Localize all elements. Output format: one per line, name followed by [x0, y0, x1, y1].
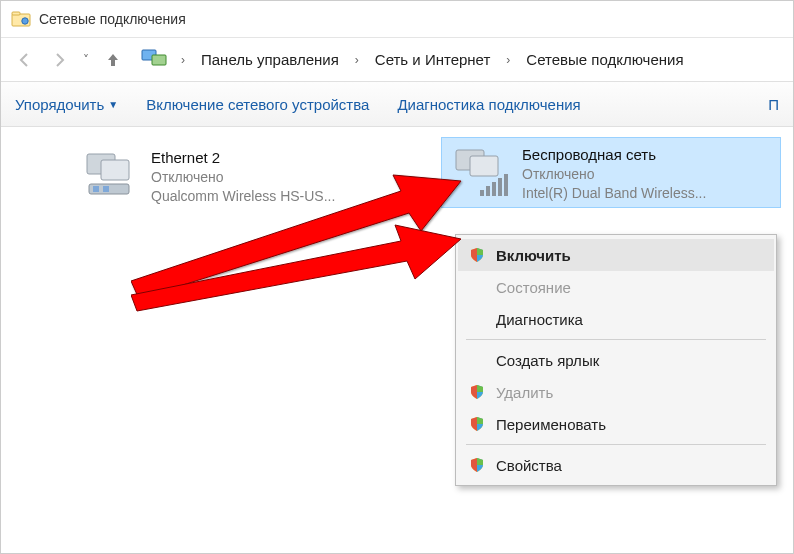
- svg-rect-11: [470, 156, 498, 176]
- toolbar-overflow[interactable]: П: [768, 96, 779, 113]
- chevron-right-icon[interactable]: ›: [502, 53, 514, 67]
- addressbar: ˅ › Панель управления › Сеть и Интернет …: [1, 37, 793, 81]
- ethernet-adapter-icon: [79, 147, 143, 203]
- menu-diagnostics-label: Диагностика: [496, 311, 583, 328]
- breadcrumb-item-0[interactable]: Панель управления: [195, 47, 345, 72]
- nav-back-button[interactable]: [11, 46, 39, 74]
- context-menu: Включить Состояние Диагностика Создать я…: [455, 234, 777, 486]
- adapter-hardware: Intel(R) Dual Band Wireless...: [522, 185, 706, 201]
- menu-properties[interactable]: Свойства: [458, 449, 774, 481]
- nav-up-button[interactable]: [99, 46, 127, 74]
- adapter-status: Отключено: [522, 166, 706, 182]
- menu-separator: [466, 444, 766, 445]
- titlebar: Сетевые подключения: [1, 1, 793, 37]
- menu-rename[interactable]: Переименовать: [458, 408, 774, 440]
- svg-rect-9: [103, 186, 109, 192]
- menu-state: Состояние: [458, 271, 774, 303]
- enable-device-button[interactable]: Включение сетевого устройства: [146, 96, 369, 113]
- adapter-name: Ethernet 2: [151, 149, 335, 166]
- menu-delete: Удалить: [458, 376, 774, 408]
- breadcrumb-item-1[interactable]: Сеть и Интернет: [369, 47, 497, 72]
- menu-separator: [466, 339, 766, 340]
- chevron-right-icon[interactable]: ›: [177, 53, 189, 67]
- diagnose-connection-button[interactable]: Диагностика подключения: [397, 96, 580, 113]
- toolbar: Упорядочить ▼ Включение сетевого устройс…: [1, 81, 793, 127]
- svg-rect-16: [504, 174, 508, 196]
- menu-create-shortcut-label: Создать ярлык: [496, 352, 599, 369]
- adapter-name: Беспроводная сеть: [522, 146, 706, 163]
- recent-locations-dropdown[interactable]: ˅: [79, 53, 93, 67]
- shield-icon: [468, 246, 486, 264]
- svg-rect-1: [12, 12, 20, 15]
- breadcrumb-item-2[interactable]: Сетевые подключения: [520, 47, 689, 72]
- menu-diagnostics[interactable]: Диагностика: [458, 303, 774, 335]
- shield-icon: [468, 456, 486, 474]
- menu-create-shortcut[interactable]: Создать ярлык: [458, 344, 774, 376]
- chevron-right-icon[interactable]: ›: [351, 53, 363, 67]
- menu-state-label: Состояние: [496, 279, 571, 296]
- svg-point-2: [22, 18, 28, 24]
- menu-enable[interactable]: Включить: [458, 239, 774, 271]
- window-title: Сетевые подключения: [39, 11, 186, 27]
- svg-rect-12: [480, 190, 484, 196]
- adapter-wifi[interactable]: Беспроводная сеть Отключено Intel(R) Dua…: [441, 137, 781, 208]
- control-panel-icon: [141, 48, 167, 71]
- adapter-status: Отключено: [151, 169, 335, 185]
- shield-icon: [468, 415, 486, 433]
- menu-properties-label: Свойства: [496, 457, 562, 474]
- shield-icon: [468, 383, 486, 401]
- adapter-hardware: Qualcomm Wireless HS-US...: [151, 188, 335, 204]
- wifi-adapter-icon: [450, 144, 514, 200]
- svg-rect-13: [486, 186, 490, 196]
- organize-button[interactable]: Упорядочить ▼: [15, 96, 118, 113]
- svg-rect-6: [101, 160, 129, 180]
- network-connections-icon: [11, 9, 31, 29]
- menu-delete-label: Удалить: [496, 384, 553, 401]
- svg-rect-8: [93, 186, 99, 192]
- svg-rect-4: [152, 55, 166, 65]
- svg-rect-14: [492, 182, 496, 196]
- menu-rename-label: Переименовать: [496, 416, 606, 433]
- chevron-down-icon: ▼: [108, 99, 118, 110]
- svg-rect-15: [498, 178, 502, 196]
- nav-forward-button[interactable]: [45, 46, 73, 74]
- menu-enable-label: Включить: [496, 247, 571, 264]
- adapter-ethernet[interactable]: Ethernet 2 Отключено Qualcomm Wireless H…: [71, 141, 431, 210]
